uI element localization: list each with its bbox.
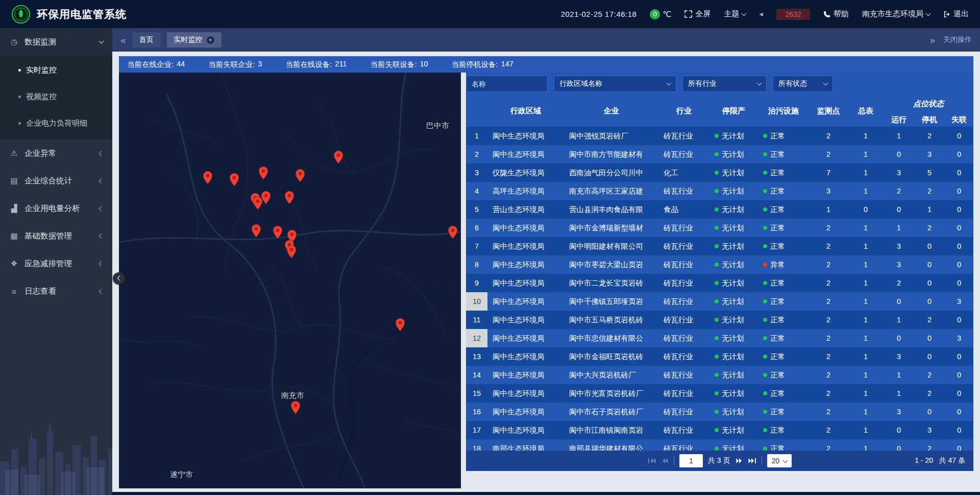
- cell-company[interactable]: 阆中明阳建材有限公司: [564, 237, 658, 255]
- map-pin[interactable]: [448, 225, 458, 239]
- table-row[interactable]: 11阆中生态环境局阆中市五马桥页岩机砖砖瓦行业无计划正常21120: [466, 311, 973, 329]
- table-row[interactable]: 4高坪生态环境局南充市高坪区王家店建砖瓦行业无计划正常31220: [466, 182, 973, 200]
- cell-company[interactable]: 阆中大兴页岩机砖厂: [564, 366, 658, 384]
- table-row[interactable]: 2阆中生态环境局阆中市南方节能建材有砖瓦行业无计划正常21030: [466, 145, 973, 163]
- org-dropdown[interactable]: 南充市生态环境局: [862, 9, 930, 19]
- table-row[interactable]: 14阆中生态环境局阆中大兴页岩机砖厂砖瓦行业无计划正常21120: [466, 366, 973, 384]
- cell-company[interactable]: 西南油气田分公司川中: [564, 163, 658, 182]
- cell-company[interactable]: 南部县瑞华建材有限公: [564, 439, 658, 451]
- table-row[interactable]: 1阆中生态环境局阆中强锐页岩砖厂砖瓦行业无计划正常21120: [466, 127, 973, 145]
- map-pin[interactable]: [284, 191, 295, 204]
- cell-company[interactable]: 阆中市枣碧大梁山页岩: [564, 255, 658, 274]
- col-header-running[interactable]: 运行: [884, 112, 914, 127]
- cell-stopped: 3: [914, 421, 945, 439]
- help-button[interactable]: 帮助: [823, 9, 849, 19]
- sidebar-item-企业电力负荷明细[interactable]: 企业电力负荷明细: [0, 110, 112, 136]
- sidebar-group-应急减排管理[interactable]: ❖应急减排管理: [0, 250, 112, 277]
- cell-company[interactable]: 阆中市江南镇阆南页岩: [564, 421, 658, 439]
- table-row[interactable]: 17阆中生态环境局阆中市江南镇阆南页岩砖瓦行业无计划正常21030: [466, 421, 973, 439]
- cell-company[interactable]: 阆中市石子页岩机砖厂: [564, 403, 658, 421]
- table-row[interactable]: 13阆中生态环境局阆中市金福旺页岩机砖砖瓦行业无计划正常21300: [466, 347, 973, 366]
- table-row[interactable]: 15阆中生态环境局阆中市光富页岩机砖厂砖瓦行业无计划正常21120: [466, 384, 973, 403]
- sidebar-group-企业用电量分析[interactable]: ▟企业用电量分析: [0, 195, 112, 222]
- status-filter-select[interactable]: 所有状态: [773, 76, 833, 92]
- alert-count-badge[interactable]: 2632: [776, 9, 810, 20]
- cell-company[interactable]: 阆中市金福旺页岩机砖: [564, 347, 658, 366]
- close-operations-dropdown[interactable]: 关闭操作: [943, 35, 972, 44]
- col-header-region[interactable]: 行政区域: [487, 95, 564, 127]
- tab-home[interactable]: 首页: [132, 32, 161, 48]
- map-collapse-button[interactable]: [113, 272, 125, 285]
- tab-realtime-monitor[interactable]: 实时监控 ×: [167, 32, 222, 48]
- map-pin[interactable]: [253, 196, 263, 210]
- first-page-button[interactable]: [648, 458, 656, 464]
- tabs-scroll-left-icon[interactable]: «: [120, 35, 126, 45]
- col-header-limit[interactable]: 停限产: [709, 95, 758, 127]
- map-pin[interactable]: [258, 167, 268, 180]
- map-pin[interactable]: [286, 245, 297, 258]
- map[interactable]: 巴中市南充市遂宁市: [119, 73, 461, 488]
- name-filter-input[interactable]: [466, 76, 548, 92]
- col-header-stopped[interactable]: 停机: [914, 112, 945, 127]
- cell-company[interactable]: 阆中千佛镇五郎垭页岩: [564, 292, 658, 311]
- map-pin[interactable]: [203, 171, 213, 184]
- table-row[interactable]: 12阆中生态环境局阆中市忠信建材有限公砖瓦行业无计划正常21003: [466, 329, 973, 347]
- fullscreen-button[interactable]: 全屏: [684, 9, 710, 19]
- table-row[interactable]: 3仪陇生态环境局西南油气田分公司川中化工无计划正常71350: [466, 163, 973, 182]
- map-pin[interactable]: [295, 169, 305, 182]
- map-pin[interactable]: [290, 400, 301, 414]
- table-row[interactable]: 18南部生态环境局南部县瑞华建材有限公砖瓦行业无计划正常21020: [466, 439, 973, 451]
- sidebar-group-数据监测[interactable]: ◷数据监测: [0, 28, 112, 56]
- table-row[interactable]: 7阆中生态环境局阆中明阳建材有限公司砖瓦行业无计划正常21300: [466, 237, 973, 255]
- sidebar-group-基础数据管理[interactable]: ▦基础数据管理: [0, 222, 112, 250]
- sidebar-group-企业异常[interactable]: ⚠企业异常: [0, 139, 112, 167]
- page-number-input[interactable]: [679, 454, 703, 467]
- sidebar-item-视频监控[interactable]: 视频监控: [0, 83, 112, 110]
- map-pin[interactable]: [273, 225, 283, 239]
- cell-company[interactable]: 阆中市金博瑞新型墙材: [564, 219, 658, 237]
- table-row[interactable]: 6阆中生态环境局阆中市金博瑞新型墙材砖瓦行业无计划正常21120: [466, 219, 973, 237]
- col-header-meters[interactable]: 总表: [848, 95, 884, 127]
- sidebar-group-企业综合统计[interactable]: ▤企业综合统计: [0, 167, 112, 195]
- status-dot-icon: [763, 391, 767, 395]
- col-header-company[interactable]: 企业: [564, 95, 658, 127]
- theme-dropdown[interactable]: 主题: [724, 9, 746, 19]
- cell-offline: 0: [945, 237, 973, 255]
- cell-company[interactable]: 阆中强锐页岩砖厂: [564, 127, 658, 145]
- table-row[interactable]: 8阆中生态环境局阆中市枣碧大梁山页岩砖瓦行业无计划异常21300: [466, 255, 973, 274]
- cell-company[interactable]: 南充市高坪区王家店建: [564, 182, 658, 200]
- col-header-facility[interactable]: 治污设施: [758, 95, 809, 127]
- table-row[interactable]: 16阆中生态环境局阆中市石子页岩机砖厂砖瓦行业无计划正常21300: [466, 403, 973, 421]
- alert-marquee-prev-icon[interactable]: ◀: [759, 11, 763, 17]
- bullet-icon: [18, 122, 21, 125]
- map-pin[interactable]: [395, 318, 405, 332]
- table-row[interactable]: 5营山生态环境局营山县润丰肉食品有限食品无计划正常10010: [466, 200, 973, 219]
- col-header-points[interactable]: 监测点: [809, 95, 848, 127]
- map-pin[interactable]: [333, 150, 344, 164]
- sidebar-group-日志查看[interactable]: ≡日志查看: [0, 277, 112, 305]
- close-tab-icon[interactable]: ×: [207, 36, 214, 44]
- map-pin[interactable]: [229, 173, 239, 187]
- industry-filter-select[interactable]: 所有行业: [682, 76, 767, 92]
- limit-status-label: 无计划: [722, 297, 744, 305]
- limit-status-label: 无计划: [722, 279, 744, 287]
- last-page-button[interactable]: [748, 458, 756, 464]
- sidebar-item-实时监控[interactable]: 实时监控: [0, 57, 112, 83]
- next-page-button[interactable]: [736, 458, 743, 464]
- cell-company[interactable]: 营山县润丰肉食品有限: [564, 200, 658, 219]
- tabs-scroll-right-icon[interactable]: »: [929, 35, 935, 45]
- cell-company[interactable]: 阆中市光富页岩机砖厂: [564, 384, 658, 403]
- region-filter-select[interactable]: 行政区域名称: [554, 76, 676, 92]
- col-header-industry[interactable]: 行业: [658, 95, 709, 127]
- prev-page-button[interactable]: [662, 458, 669, 464]
- cell-company[interactable]: 阆中市五马桥页岩机砖: [564, 311, 658, 329]
- col-header-offline[interactable]: 失联: [945, 112, 973, 127]
- map-pin[interactable]: [251, 224, 261, 238]
- table-row[interactable]: 9阆中生态环境局阆中市二龙长宝页岩砖砖瓦行业无计划正常21200: [466, 274, 973, 292]
- cell-company[interactable]: 阆中市二龙长宝页岩砖: [564, 274, 658, 292]
- logout-button[interactable]: 退出: [943, 9, 969, 19]
- page-size-select[interactable]: 20: [767, 454, 792, 467]
- table-row[interactable]: 10阆中生态环境局阆中千佛镇五郎垭页岩砖瓦行业无计划正常21003: [466, 292, 973, 311]
- cell-company[interactable]: 阆中市忠信建材有限公: [564, 329, 658, 347]
- cell-company[interactable]: 阆中市南方节能建材有: [564, 145, 658, 163]
